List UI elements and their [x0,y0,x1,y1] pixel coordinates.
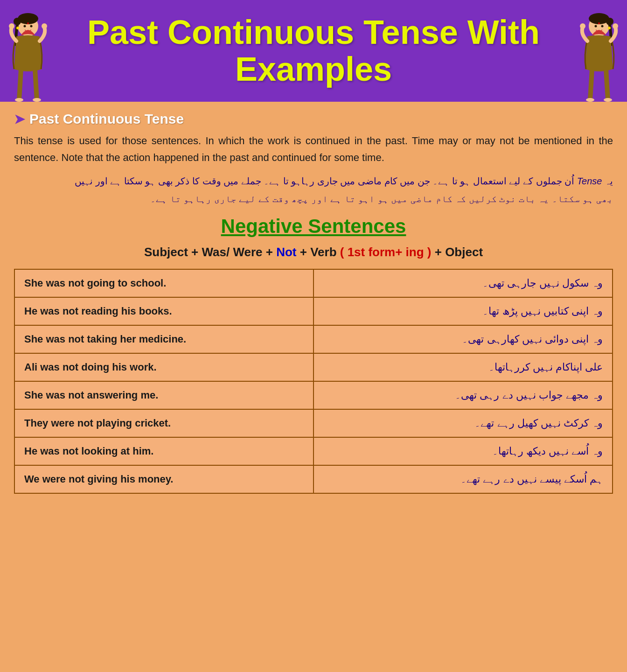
english-sentence: She was not answering me. [14,381,314,409]
svg-point-2 [14,18,21,25]
urdu-sentence: وہ اپنی کتابیں نہیں پڑھ تھا۔ [314,297,613,325]
urdu-sentence: ہم اُسکے پیسے نہیں دے رہے تھے۔ [314,465,613,493]
urdu-sentence: وہ کرکٹ نہیں کھیل رہے تھے۔ [314,409,613,437]
table-row: He was not reading his books.وہ اپنی کتا… [14,297,613,325]
section-heading: ➤ Past Continuous Tense [14,111,613,127]
table-row: Ali was not doing his work.علی اپناکام ن… [14,353,613,381]
urdu-line2: بھی ہو سکتا۔ یہ بات نوٹ کرلیں کہ کام ماض… [150,194,613,204]
header-banner: Past Continuous Tense With Examples [0,0,627,102]
english-sentence: She was not taking her medicine. [14,325,314,353]
description-text: This tense is used for those sentences. … [14,133,613,165]
table-row: He was not looking at him.وہ اُسے نہیں د… [14,437,613,465]
svg-point-8 [30,25,33,28]
examples-table: She was not going to school.وہ سکول نہیں… [14,269,613,494]
header-title-line1: Past Continuous Tense With [87,14,540,51]
main-content: ➤ Past Continuous Tense This tense is us… [0,102,627,503]
english-sentence: She was not going to school. [14,269,314,297]
section-title: Past Continuous Tense [29,111,184,127]
urdu-description: یہ Tense اُن جملوں کے لیے استعمال ہو تا … [14,172,613,208]
urdu-sentence: وہ سکول نہیں جارہی تھی۔ [314,269,613,297]
table-row: She was not taking her medicine.وہ اپنی … [14,325,613,353]
english-sentence: They were not playing cricket. [14,409,314,437]
svg-point-17 [586,98,594,102]
svg-point-10 [16,27,19,29]
english-sentence: We were not giving his money. [14,465,314,493]
english-sentence: He was not looking at him. [14,437,314,465]
table-row: She was not answering me.وہ مجھے جواب نہ… [14,381,613,409]
formula-middle: + Verb [297,245,340,259]
character-right-icon [573,13,625,102]
svg-point-4 [42,23,47,29]
svg-point-5 [15,98,23,102]
urdu-sentence: وہ اُسے نہیں دیکھ رہاتھا۔ [314,437,613,465]
formula-not: Not [276,245,296,259]
table-row: They were not playing cricket.وہ کرکٹ نہ… [14,409,613,437]
svg-point-7 [24,25,26,28]
header-title-line2: Examples [87,51,540,88]
arrow-icon: ➤ [14,112,25,127]
formula-prefix: Subject + Was/ Were + [144,245,276,259]
svg-point-16 [604,98,612,102]
negative-heading: Negative Sentences [14,215,613,238]
formula-line: Subject + Was/ Were + Not + Verb ( 1st f… [14,245,613,259]
svg-point-9 [27,22,29,24]
table-row: She was not going to school.وہ سکول نہیں… [14,269,613,297]
formula-form: ( 1st form+ ing ) [340,245,432,259]
character-left-icon [2,13,54,102]
svg-point-3 [9,23,14,29]
svg-point-6 [33,98,41,102]
english-sentence: He was not reading his books. [14,297,314,325]
formula-suffix: + Object [432,245,483,259]
urdu-sentence: علی اپناکام نہیں کررہاتھا۔ [314,353,613,381]
english-sentence: Ali was not doing his work. [14,353,314,381]
table-row: We were not giving his money.ہم اُسکے پی… [14,465,613,493]
urdu-sentence: وہ مجھے جواب نہیں دے رہی تھی۔ [314,381,613,409]
urdu-line1: یہ Tense اُن جملوں کے لیے استعمال ہو تا … [75,176,613,186]
urdu-sentence: وہ اپنی دوائی نہیں کھارہی تھی۔ [314,325,613,353]
